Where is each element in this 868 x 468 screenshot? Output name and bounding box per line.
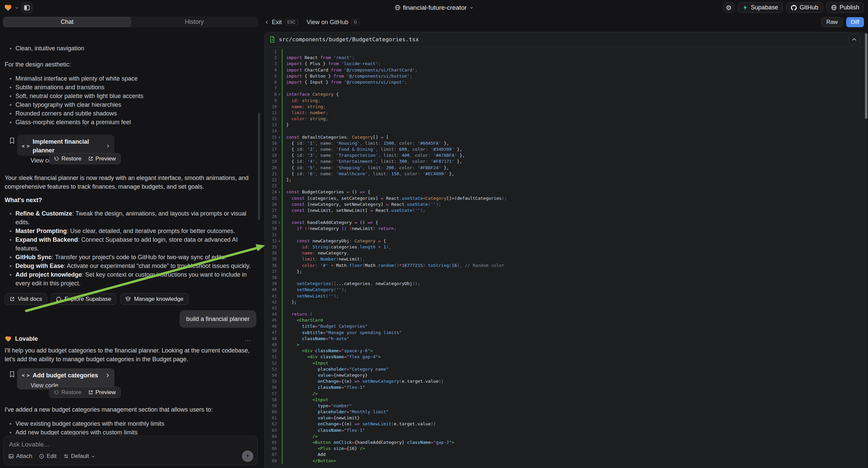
fold-gutter xyxy=(277,415,282,421)
fold-chevron-icon[interactable]: ∨ xyxy=(277,220,282,226)
line-number: 52 xyxy=(265,360,277,366)
line-number: 64 xyxy=(265,433,277,439)
chat-scrollbar[interactable] xyxy=(258,113,260,220)
code-line-content: Add xyxy=(282,451,865,458)
code-line-content: onChange={(e) => setNewLimit(e.target.va… xyxy=(282,421,865,427)
send-button[interactable] xyxy=(242,450,253,462)
chat-bubble-icon xyxy=(56,296,61,302)
chevron-right-icon[interactable] xyxy=(106,373,110,378)
line-number: 4 xyxy=(265,67,277,73)
fold-gutter xyxy=(277,61,282,67)
fold-chevron-icon[interactable]: ∨ xyxy=(277,189,282,195)
fold-chevron-icon[interactable]: ∨ xyxy=(277,134,282,140)
code-line-content xyxy=(282,213,865,220)
fold-chevron-icon[interactable]: ∨ xyxy=(277,238,282,244)
code-line: 53 placeholder="Category name" xyxy=(265,366,865,372)
github-button[interactable]: GitHub xyxy=(786,2,823,13)
fold-gutter xyxy=(277,445,282,451)
collapse-file-button[interactable] xyxy=(848,34,860,45)
design-heading: For the design aesthetic: xyxy=(5,60,256,69)
project-switcher[interactable]: financial-future-creator xyxy=(395,0,473,15)
code-line: 25 const [categories, setCategories] = R… xyxy=(265,195,865,201)
code-line: 32∨ const newCategoryObj: Category = { xyxy=(265,238,865,244)
fold-gutter xyxy=(277,177,282,183)
chevron-right-icon[interactable] xyxy=(106,144,110,148)
code-line: 49 > xyxy=(265,342,865,348)
line-number: 32 xyxy=(265,238,277,244)
fold-gutter xyxy=(277,195,282,201)
code-line-content: <Button onClick={handleAddCategory} clas… xyxy=(282,439,865,445)
attach-button[interactable]: Attach xyxy=(8,453,32,460)
fold-gutter xyxy=(277,158,282,165)
fold-chevron-icon[interactable]: ∨ xyxy=(277,91,282,97)
fold-gutter xyxy=(277,232,282,238)
line-number: 49 xyxy=(265,342,277,348)
line-number: 60 xyxy=(265,409,277,415)
fold-gutter xyxy=(277,79,282,85)
logo-chevron-down-icon[interactable] xyxy=(15,6,19,10)
code-line: 55 onChange={(e) => setNewCategory(e.tar… xyxy=(265,378,865,384)
sidebar-toggle-button[interactable] xyxy=(22,2,32,13)
added-bullet-list: View existing budget categories with the… xyxy=(5,419,256,435)
code-line-content: value={newLimit} xyxy=(282,415,865,421)
line-number: 34 xyxy=(265,250,277,256)
line-number: 56 xyxy=(265,384,277,390)
tab-history[interactable]: History xyxy=(131,17,258,27)
code-line-content: type="number" xyxy=(282,403,865,409)
exit-button[interactable]: Exit esc xyxy=(265,19,298,26)
restore-button[interactable]: Restore xyxy=(51,154,85,163)
chat-input[interactable] xyxy=(9,441,252,448)
message-menu-button[interactable]: … xyxy=(244,334,252,343)
implement-planner-card[interactable]: < > Implement financial planner View cod… xyxy=(17,135,115,156)
next-steps-list: Refine & Customize: Tweak the design, an… xyxy=(5,209,256,288)
code-line: 19 { id: '4', name: 'Entertainment', lim… xyxy=(265,158,865,165)
line-number: 31 xyxy=(265,232,277,238)
tab-chat[interactable]: Chat xyxy=(3,17,131,27)
code-line-content: setCategories([...categories, newCategor… xyxy=(282,281,865,287)
restore-button[interactable]: Restore xyxy=(51,388,85,397)
view-on-github-button[interactable]: View on GitHub G xyxy=(307,19,359,26)
line-number: 24 xyxy=(265,189,277,195)
code-scrollbar[interactable] xyxy=(865,32,868,468)
code-line-content: const handleAddCategory = () => { xyxy=(282,220,865,226)
raw-toggle-button[interactable]: Raw xyxy=(822,17,843,27)
code-line-content: <Input xyxy=(282,397,865,403)
preview-button[interactable]: Preview xyxy=(85,154,119,163)
code-scrollbar-thumb[interactable] xyxy=(865,33,867,119)
bookmark-icon[interactable] xyxy=(9,371,15,378)
manage-knowledge-button[interactable]: Manage knowledge xyxy=(120,293,188,305)
visit-docs-button[interactable]: Visit docs xyxy=(5,293,47,305)
gear-icon: ⚙ xyxy=(726,4,732,12)
bookmark-icon[interactable] xyxy=(9,137,15,144)
code-line: 31 xyxy=(265,232,865,238)
bullet-item: Soft, neutral color palette with light b… xyxy=(5,92,256,100)
restore-icon xyxy=(54,156,59,161)
lovable-app-window: financial-future-creator ⚙ Supabase GitH… xyxy=(0,0,868,468)
explore-supabase-button[interactable]: Explore Supabase xyxy=(51,293,116,305)
code-line-content: const BudgetCategories = () => { xyxy=(282,189,865,195)
code-line: 2import React from 'react'; xyxy=(265,55,865,61)
mode-selector[interactable]: Default xyxy=(63,453,95,460)
add-budget-categories-card[interactable]: < > Add budget categories View code Rest… xyxy=(17,368,115,389)
next-step-item: Refine & Customize: Tweak the design, an… xyxy=(5,209,256,227)
diff-toggle-button[interactable]: Diff xyxy=(846,17,864,27)
lovable-logo-heart-icon[interactable] xyxy=(4,4,12,12)
fold-gutter xyxy=(277,274,282,281)
code-line: 67 Add xyxy=(265,451,865,458)
code-line: 51 <div className="flex gap-4"> xyxy=(265,354,865,360)
code-editor[interactable]: 12import React from 'react';3import { Pl… xyxy=(265,47,865,464)
supabase-bolt-icon xyxy=(743,5,748,10)
restore-icon xyxy=(54,390,59,395)
edit-button[interactable]: Edit xyxy=(39,453,56,460)
line-number: 53 xyxy=(265,366,277,372)
chevron-up-icon xyxy=(852,38,857,41)
preview-button[interactable]: Preview xyxy=(85,388,119,397)
code-toolbar: Exit esc View on GitHub G Raw Diff xyxy=(261,15,868,29)
publish-button[interactable]: Publish xyxy=(827,2,864,13)
fold-gutter xyxy=(277,122,282,128)
chat-scroll-area[interactable]: Clean, intuitive navigation For the desi… xyxy=(0,43,261,435)
supabase-button[interactable]: Supabase xyxy=(738,2,783,13)
chat-history-tabs: Chat History xyxy=(3,17,258,28)
fold-gutter xyxy=(277,336,282,342)
settings-button[interactable]: ⚙ xyxy=(723,2,735,13)
